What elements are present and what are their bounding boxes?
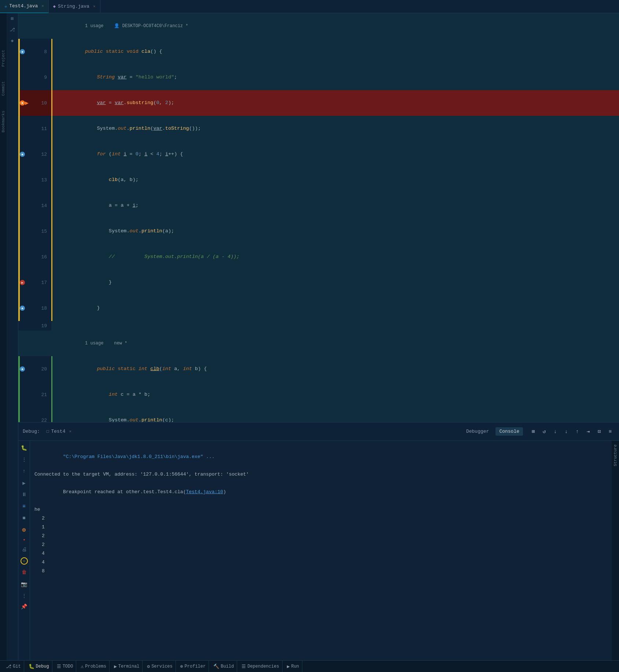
console-area: 🐛 ⋮ ↑ ▶ ⏸ ≡ ■ ⊕ 🖨 ○ 🗑 📷 ⋮ 📌 (18, 440, 619, 660)
debug-tab-icon: □ (47, 429, 49, 434)
line-10-content[interactable]: var = var.substring(0, 2); (52, 90, 619, 116)
commit-label[interactable]: Commit (1, 81, 5, 96)
toolbar-step-into-btn[interactable]: ↓ (562, 427, 571, 436)
gutter-17: ▶ 17 (18, 270, 51, 295)
status-dependencies-label: Dependencies (247, 664, 279, 669)
status-terminal[interactable]: ▶ Terminal (111, 661, 143, 672)
todo-icon: ☰ (57, 664, 61, 669)
var-a-20: a (174, 366, 177, 372)
num-0-12: 0 (136, 151, 139, 157)
line-21-content[interactable]: int c = a * b; (52, 382, 619, 407)
tab-string[interactable]: ◆ String.java × (49, 0, 100, 13)
console-output[interactable]: "C:\Program Files\Java\jdk1.8.0_211\bin\… (30, 441, 612, 660)
tab-test4[interactable]: ☕ Test4.java × (0, 0, 49, 13)
line-11-content[interactable]: System.out.println(var.toString()); (52, 116, 619, 141)
var-var-10a: var (97, 100, 106, 106)
code-container[interactable]: 1 usage 👤 DESKTOP-OC0T4C0\Franciz * ◆ 8 … (18, 13, 619, 422)
sp-8c (139, 49, 141, 54)
kw-int-12: int (112, 151, 121, 157)
line-8-content[interactable]: public static void cla() { (52, 39, 619, 64)
status-debug[interactable]: 🐛 Debug (26, 661, 52, 672)
more-icon[interactable]: ⋮ (20, 455, 28, 464)
sidebar-icon-2[interactable]: ⎇ (8, 26, 16, 34)
print-icon[interactable]: 🖨 (20, 546, 28, 554)
console-line-he: he (34, 505, 607, 514)
line-19-content[interactable] (52, 321, 619, 331)
line-13-content[interactable]: clb(a, b); (52, 167, 619, 193)
bookmarks-label[interactable]: Bookmarks (1, 111, 5, 132)
console-num-1: 1 (34, 523, 607, 532)
line-15-content[interactable]: System.out.println(a); (52, 218, 619, 244)
status-problems[interactable]: ⚠ Problems (78, 661, 109, 672)
up-icon[interactable]: ↑ (20, 467, 28, 475)
test4-link[interactable]: Test4.java:10 (186, 489, 223, 495)
toolbar-rerun-btn[interactable]: ↺ (540, 427, 549, 436)
usage-meta-2: 1 usage new * (52, 331, 619, 356)
status-terminal-label: Terminal (118, 664, 140, 669)
main-area: Project Commit Bookmarks ⊞ ⎇ ◈ 1 usage 👤… (0, 13, 619, 660)
status-profiler[interactable]: ⊕ Profiler (177, 661, 209, 672)
toolbar-eval-btn[interactable]: ⊡ (595, 427, 604, 436)
status-dependencies[interactable]: ☰ Dependencies (239, 661, 282, 672)
tab-console[interactable]: Console (495, 427, 523, 436)
var-i-12: i (124, 151, 126, 157)
tab-debugger[interactable]: Debugger (463, 427, 493, 436)
sidebar-icon-3[interactable]: ◈ (8, 37, 16, 45)
tab-string-close[interactable]: × (93, 4, 96, 9)
rerun-icon[interactable]: 🐛 (20, 444, 28, 452)
line-17-content[interactable]: } (52, 270, 619, 295)
line-12-content[interactable]: for (int i = 0; i < 4; i++) { (52, 141, 619, 167)
bookmark-8: ◆ (20, 49, 25, 54)
pin-icon[interactable]: 📌 (21, 603, 27, 609)
kw-int-20a: int (162, 366, 171, 372)
structure-label[interactable]: Structure (613, 444, 618, 466)
modified-22 (18, 407, 20, 422)
camera-icon[interactable]: 📷 (20, 580, 28, 588)
line-20-content[interactable]: public static int clb(int a, int b) { (52, 356, 619, 382)
debug-session-label: Test4 (51, 429, 65, 434)
out-22: out (130, 417, 139, 422)
method-println-15: println (141, 228, 162, 234)
status-run[interactable]: ▶ Run (284, 661, 302, 672)
gutter-12: ◆ 12 (18, 141, 51, 167)
toolbar-run-to-btn[interactable]: ⇥ (584, 427, 593, 436)
status-build[interactable]: 🔨 Build (210, 661, 237, 672)
sidebar-icon-1[interactable]: ⊞ (8, 15, 16, 23)
debug-session-tab[interactable]: □ Test4 × (43, 427, 75, 436)
project-label[interactable]: Project (1, 50, 5, 67)
toolbar-frames-btn[interactable]: ≡ (606, 427, 615, 436)
var-i-14: i (133, 203, 136, 208)
status-profiler-label: Profiler (185, 664, 206, 669)
delete-icon[interactable]: 🗑 (20, 568, 28, 576)
line-18-content[interactable]: } (52, 295, 619, 321)
line-num-10: 10 (41, 100, 47, 106)
line-16-content[interactable]: // System.out.println(a / (a - 4)); (52, 244, 619, 270)
status-git[interactable]: ⎇ Git (3, 661, 24, 672)
tab-test4-close[interactable]: × (41, 4, 44, 8)
debug-session-close[interactable]: × (69, 429, 71, 434)
gutter-usage (18, 13, 51, 39)
toolbar-screen-btn[interactable]: ⊞ (529, 427, 538, 436)
type-system-11: System (97, 126, 115, 131)
toolbar-step-over-btn[interactable]: ↓ (551, 427, 560, 436)
console-path: "C:\Program Files\Java\jdk1.8.0_211\bin\… (63, 454, 214, 459)
line-22-content[interactable]: System.out.println(c); (52, 407, 619, 422)
line-14-content[interactable]: a = a + i; (52, 193, 619, 218)
status-todo[interactable]: ☰ TODO (54, 661, 77, 672)
method-println-22: println (141, 417, 162, 422)
pause-icon[interactable]: ⏸ (20, 491, 28, 499)
stop-icon[interactable]: ■ (20, 514, 28, 522)
dump-icon[interactable]: ⊕ (20, 526, 28, 534)
stack-icon[interactable]: ≡ (20, 502, 28, 510)
line-9-content[interactable]: String var = "hello world"; (52, 64, 619, 90)
var-a-14b: a (121, 203, 124, 208)
play-icon[interactable]: ▶ (20, 479, 28, 487)
line-num-9: 9 (44, 75, 47, 80)
toolbar-step-out-btn[interactable]: ↑ (573, 427, 582, 436)
status-services[interactable]: ⚙ Services (144, 661, 176, 672)
circle-icon[interactable]: ○ (21, 557, 28, 565)
more2-icon[interactable]: ⋮ (20, 592, 28, 600)
gutter-18: ◆ 18 (18, 295, 51, 321)
bookmark-12: ◆ (20, 152, 25, 157)
gutter-usage-2 (18, 331, 51, 356)
